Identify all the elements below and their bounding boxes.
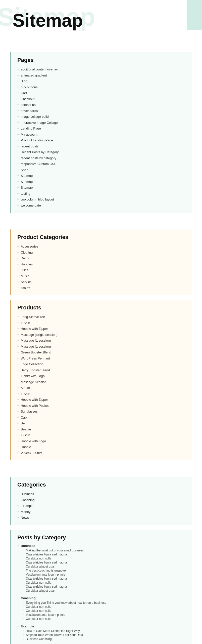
- list-item[interactable]: Curabitur aliquet quam: [23, 589, 186, 593]
- list-item[interactable]: Cras ultricies ligula sed magna: [23, 560, 186, 565]
- category-sub-list: Making the most out of your small busine…: [23, 548, 186, 593]
- list-item[interactable]: How to Gain More Clients the Right Way: [23, 629, 186, 633]
- list-item[interactable]: Massage (1 session): [17, 338, 186, 344]
- category-group: BusinessMaking the most out of your smal…: [17, 544, 186, 593]
- list-item[interactable]: buy buttons: [17, 84, 186, 90]
- list-item[interactable]: animated gradient: [17, 72, 186, 78]
- list-item[interactable]: Belt: [17, 420, 186, 426]
- list-item[interactable]: Massage Session: [17, 379, 186, 385]
- list-item[interactable]: Cras ultricies ligula sed magna: [23, 585, 186, 589]
- pages-section-title: Pages: [17, 57, 186, 63]
- list-item[interactable]: Coaching: [17, 497, 186, 503]
- products-title: Products: [17, 304, 186, 311]
- product-categories-title: Product Categories: [17, 234, 186, 240]
- list-item[interactable]: Landing Page: [17, 126, 186, 132]
- list-item[interactable]: Curabitur non nulla: [23, 609, 186, 613]
- list-item[interactable]: Vestibulum ante ipsum primis: [23, 613, 186, 617]
- category-sub-list: How to Gain More Clients the Right WaySt…: [23, 629, 186, 641]
- list-item[interactable]: Hoodie with Zipper: [17, 326, 186, 332]
- list-item[interactable]: Berry Booster Blend: [17, 367, 186, 373]
- list-item[interactable]: Curabitur non nulla: [23, 581, 186, 585]
- hero-section: Sitemap Sitemap: [0, 0, 202, 40]
- categories-section: Categories BusinessCoachingExampleMoneyN…: [10, 477, 192, 525]
- list-item[interactable]: Curabitur non nulla: [23, 617, 186, 621]
- list-item[interactable]: T-shirt with Logo: [17, 373, 186, 379]
- list-item[interactable]: Green Booster Blend: [17, 349, 186, 355]
- list-item[interactable]: Beanie: [17, 426, 186, 432]
- list-item[interactable]: Clothing: [17, 250, 186, 256]
- list-item[interactable]: WordPress Pennant: [17, 355, 186, 361]
- list-item[interactable]: Curabitur aliquet quam: [23, 565, 186, 569]
- list-item[interactable]: Checkout: [17, 96, 186, 102]
- page-title: Sitemap: [13, 10, 189, 31]
- list-item[interactable]: T Shirt: [17, 320, 186, 326]
- category-group: CoachingEverything you Think you know ab…: [17, 596, 186, 621]
- list-item[interactable]: Cart: [17, 90, 186, 96]
- list-item[interactable]: Service: [17, 279, 186, 285]
- list-item[interactable]: Curabitur non nulla: [23, 605, 186, 609]
- list-item[interactable]: Sitemap: [17, 173, 186, 179]
- list-item[interactable]: recent posts by category: [17, 155, 186, 161]
- list-item[interactable]: Hoodies: [17, 261, 186, 267]
- list-item[interactable]: Hoodie: [17, 444, 186, 450]
- list-item[interactable]: Sitemap: [17, 185, 186, 191]
- posts-by-category-title: Posts by Category: [17, 534, 186, 541]
- list-item[interactable]: Decor: [17, 255, 186, 261]
- list-item[interactable]: image collage build: [17, 114, 186, 120]
- pages-section: Pages additional content overlayanimated…: [10, 52, 192, 213]
- categories-title: Categories: [17, 481, 186, 488]
- list-item[interactable]: Cap: [17, 415, 186, 421]
- list-item[interactable]: responsive Custom CSS: [17, 161, 186, 167]
- list-item[interactable]: two column blog layout: [17, 196, 186, 203]
- list-item[interactable]: Shop: [17, 167, 186, 173]
- category-sub-list: Everything you Think you know about how …: [23, 601, 186, 621]
- list-item[interactable]: recent posts: [17, 143, 186, 149]
- list-item[interactable]: V-Neck T-Shirt: [17, 450, 186, 456]
- list-item[interactable]: Long Sleeve Tee: [17, 314, 186, 320]
- list-item[interactable]: Accessories: [17, 244, 186, 250]
- list-item[interactable]: Juice: [17, 267, 186, 273]
- list-item[interactable]: hover cards: [17, 108, 186, 114]
- list-item[interactable]: Cras ultricies ligula sed magna: [23, 577, 186, 581]
- list-item[interactable]: Blog: [17, 78, 186, 84]
- list-item[interactable]: Music: [17, 273, 186, 279]
- list-item[interactable]: Logo Collection: [17, 361, 186, 367]
- list-item[interactable]: additional content overlay: [17, 66, 186, 72]
- list-item[interactable]: Tshirts: [17, 285, 186, 291]
- list-item[interactable]: contact us: [17, 102, 186, 108]
- list-item[interactable]: Curabitur non nulla: [23, 556, 186, 560]
- list-item[interactable]: Sunglasses: [17, 409, 186, 415]
- products-list: Long Sleeve TeeT ShirtHoodie with Zipper…: [17, 314, 186, 456]
- list-item[interactable]: Interactive Image Collage: [17, 120, 186, 126]
- list-item[interactable]: Cras ultricies ligula sed magna: [23, 552, 186, 556]
- list-item[interactable]: Album: [17, 385, 186, 391]
- list-item[interactable]: Hoodie with Logo: [17, 438, 186, 444]
- category-group-title: Example: [17, 624, 186, 628]
- list-item[interactable]: My account: [17, 132, 186, 138]
- list-item[interactable]: T-Shirt: [17, 432, 186, 438]
- list-item[interactable]: Product Landing Page: [17, 137, 186, 143]
- category-group-title: Business: [17, 544, 186, 548]
- list-item[interactable]: Making the most out of your small busine…: [23, 548, 186, 552]
- list-item[interactable]: Recent Posts by Category: [17, 149, 186, 155]
- list-item[interactable]: Massage (1 session): [17, 344, 186, 350]
- list-item[interactable]: News: [17, 515, 186, 521]
- list-item[interactable]: Massage (single session): [17, 332, 186, 338]
- list-item[interactable]: Sitemap: [17, 179, 186, 185]
- category-group-title: Coaching: [17, 596, 186, 600]
- list-item[interactable]: welcome gate: [17, 203, 186, 209]
- list-item[interactable]: Business: [17, 491, 186, 497]
- list-item[interactable]: Hoodie with Pocket: [17, 403, 186, 409]
- list-item[interactable]: Everything you Think you know about how …: [23, 601, 186, 605]
- list-item[interactable]: Money: [17, 509, 186, 515]
- list-item[interactable]: T-Shirt: [17, 391, 186, 397]
- list-item[interactable]: testing: [17, 191, 186, 197]
- list-item[interactable]: Vestibulum ante ipsum primis: [23, 573, 186, 577]
- list-item[interactable]: Steps to Take When You've Lost Your Data: [23, 633, 186, 637]
- list-item[interactable]: Example: [17, 503, 186, 509]
- list-item[interactable]: The best coaching is unspoken: [23, 569, 186, 573]
- product-categories-list: AccessoriesClothingDecorHoodiesJuiceMusi…: [17, 244, 186, 291]
- list-item[interactable]: Hoodie with Zipper: [17, 397, 186, 403]
- list-item[interactable]: Business Coaching: [23, 637, 186, 641]
- product-categories-section: Product Categories AccessoriesClothingDe…: [10, 229, 192, 295]
